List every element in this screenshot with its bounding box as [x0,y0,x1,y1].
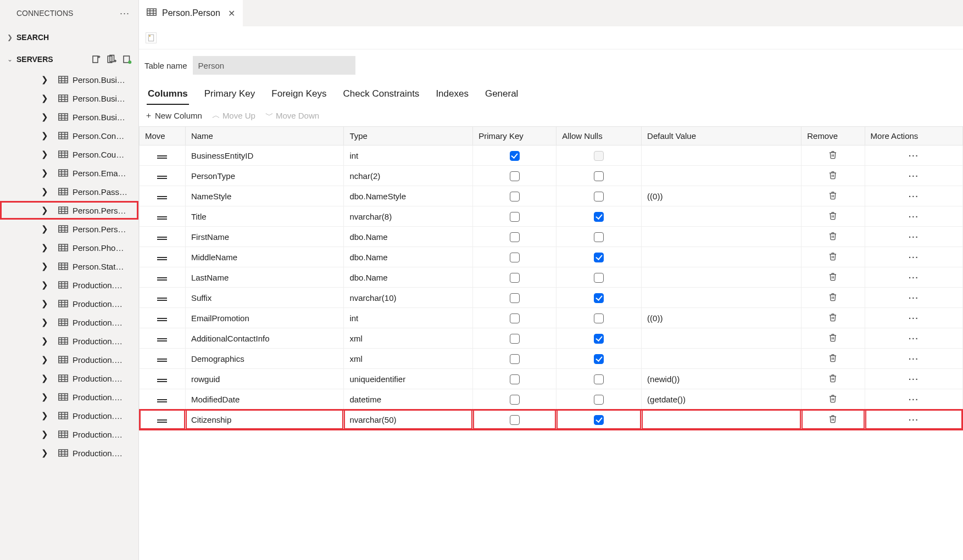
cell-type[interactable]: nvarchar(8) [344,206,473,227]
move-up-button[interactable]: ︿Move Up [212,110,255,121]
more-actions-icon[interactable]: ··· [909,192,919,201]
tab-person-person[interactable]: Person.Person ✕ [139,0,243,26]
cell-name[interactable]: NameStyle [185,186,344,206]
column-row[interactable]: ModifiedDatedatetime(getdate())··· [140,389,963,410]
cell-name[interactable]: BusinessEntityID [185,145,344,166]
cell-default-value[interactable]: ((0)) [642,308,801,328]
trash-icon[interactable] [828,374,837,383]
more-actions-icon[interactable]: ··· [909,212,919,221]
trash-icon[interactable] [828,313,837,322]
cell-name[interactable]: LastName [185,267,344,288]
tree-item[interactable]: ❯Person.Pass… [0,182,138,201]
drag-handle-icon[interactable] [157,155,167,159]
checkbox-icon[interactable] [594,374,604,384]
column-row[interactable]: Citizenshipnvarchar(50)··· [140,410,963,430]
close-icon[interactable]: ✕ [228,8,235,19]
more-actions-icon[interactable]: ··· [909,151,919,160]
trash-icon[interactable] [828,150,837,159]
column-row[interactable]: NameStyledbo.NameStyle((0))··· [140,186,963,206]
checkbox-icon[interactable] [510,192,520,201]
cell-type[interactable]: nvarchar(10) [344,288,473,308]
more-actions-icon[interactable]: ··· [909,293,919,303]
checkbox-icon[interactable] [510,151,520,161]
column-row[interactable]: rowguiduniqueidentifier(newid())··· [140,369,963,389]
move-down-button[interactable]: ﹀Move Down [265,110,319,121]
cell-name[interactable]: Demographics [185,349,344,369]
cell-type[interactable]: nvarchar(50) [344,410,473,430]
cell-name[interactable]: PersonType [185,166,344,186]
drag-handle-icon[interactable] [157,196,167,199]
cell-default-value[interactable]: ((0)) [642,186,801,206]
checkbox-icon[interactable] [510,395,520,405]
trash-icon[interactable] [828,232,837,240]
cell-default-value[interactable] [642,206,801,227]
column-row[interactable]: AdditionalContactInfoxml··· [140,328,963,349]
trash-icon[interactable] [828,211,837,220]
checkbox-icon[interactable] [594,171,604,181]
column-row[interactable]: FirstNamedbo.Name··· [140,227,963,247]
tree-item[interactable]: ❯Production.… [0,276,138,294]
checkbox-icon[interactable] [510,415,520,425]
checkbox-icon[interactable] [510,313,520,323]
checkbox-icon[interactable] [510,354,520,364]
cell-name[interactable]: ModifiedDate [185,389,344,410]
trash-icon[interactable] [828,191,837,200]
tree-item[interactable]: ❯Person.Pho… [0,238,138,257]
servers-section[interactable]: ⌄ SERVERS [0,48,138,70]
drag-handle-icon[interactable] [157,379,167,382]
cell-default-value[interactable] [642,145,801,166]
trash-icon[interactable] [828,272,837,281]
checkbox-icon[interactable] [594,232,604,242]
cell-default-value[interactable]: (newid()) [642,369,801,389]
column-row[interactable]: MiddleNamedbo.Name··· [140,247,963,267]
tree-item[interactable]: ❯Person.Busi… [0,108,138,126]
tree-item[interactable]: ❯Person.Pers… [0,201,138,220]
checkbox-icon[interactable] [594,395,604,405]
new-column-button[interactable]: ＋New Column [144,110,202,121]
tree-item[interactable]: ❯Person.Ema… [0,164,138,182]
tree-item[interactable]: ❯Person.Busi… [0,70,138,89]
checkbox-icon[interactable] [594,151,604,161]
tree-item[interactable]: ❯Production.… [0,388,138,406]
property-tab-foreign-keys[interactable]: Foreign Keys [270,86,327,105]
checkbox-icon[interactable] [510,293,520,303]
column-row[interactable]: Suffixnvarchar(10)··· [140,288,963,308]
tree-item[interactable]: ❯Production.… [0,425,138,444]
drag-handle-icon[interactable] [157,338,167,341]
drag-handle-icon[interactable] [157,359,167,362]
column-row[interactable]: Titlenvarchar(8)··· [140,206,963,227]
cell-type[interactable]: int [344,145,473,166]
table-name-input[interactable]: Person [193,56,355,75]
column-row[interactable]: LastNamedbo.Name··· [140,267,963,288]
column-row[interactable]: BusinessEntityIDint··· [140,145,963,166]
trash-icon[interactable] [828,171,837,180]
cell-name[interactable]: MiddleName [185,247,344,267]
checkbox-icon[interactable] [510,171,520,181]
cell-default-value[interactable] [642,247,801,267]
tree-item[interactable]: ❯Person.Busi… [0,89,138,108]
cell-type[interactable]: dbo.Name [344,247,473,267]
cell-default-value[interactable] [642,227,801,247]
column-row[interactable]: PersonTypenchar(2)··· [140,166,963,186]
cell-type[interactable]: xml [344,349,473,369]
more-actions-icon[interactable]: ··· [909,253,919,262]
drag-handle-icon[interactable] [157,277,167,281]
drag-handle-icon[interactable] [157,399,167,402]
checkbox-icon[interactable] [510,334,520,344]
cell-type[interactable]: int [344,308,473,328]
drag-handle-icon[interactable] [157,318,167,321]
cell-type[interactable]: dbo.NameStyle [344,186,473,206]
cell-default-value[interactable] [642,410,801,430]
checkbox-icon[interactable] [510,273,520,283]
trash-icon[interactable] [828,394,837,403]
property-tab-general[interactable]: General [484,86,519,105]
cell-type[interactable]: dbo.Name [344,227,473,247]
server-status-icon[interactable] [122,54,132,64]
property-tab-check-constraints[interactable]: Check Constraints [342,86,420,105]
cell-default-value[interactable]: (getdate()) [642,389,801,410]
cell-name[interactable]: AdditionalContactInfo [185,328,344,349]
more-actions-icon[interactable]: ··· [909,171,919,181]
property-tab-primary-key[interactable]: Primary Key [203,86,257,105]
cell-type[interactable]: uniqueidentifier [344,369,473,389]
checkbox-icon[interactable] [594,293,604,303]
